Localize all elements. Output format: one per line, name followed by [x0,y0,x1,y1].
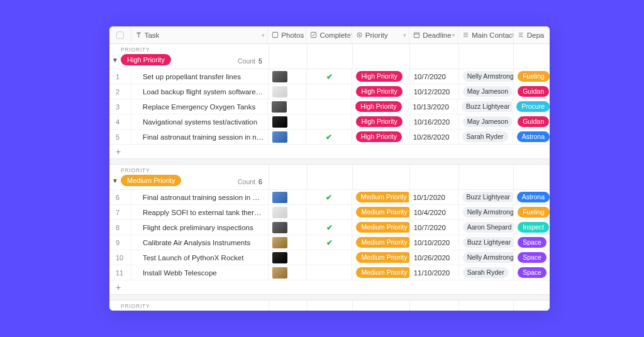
priority-cell[interactable]: Medium Priority [352,265,409,280]
dept-cell[interactable]: Guidan [514,114,550,129]
priority-cell[interactable]: High Priority [352,99,409,114]
contact-cell[interactable]: May Jameson [459,84,514,99]
contact-cell[interactable]: May Jameson [459,114,514,129]
dept-cell[interactable]: Space [514,235,550,250]
table-row[interactable]: 8Flight deck preliminary inspections✔Med… [109,220,550,235]
column-dept[interactable]: Depa [514,26,550,43]
priority-cell[interactable]: Medium Priority [352,235,409,250]
group-header-left[interactable]: ▼PRIORITYLow PriorityCount 7 [109,301,269,311]
dept-cell[interactable]: Guidan [514,84,550,99]
complete-cell[interactable] [307,114,352,129]
table-row[interactable]: 1Set up propellant transfer lines✔High P… [109,69,550,84]
column-contact[interactable]: Main Contact ▾ [458,26,514,43]
priority-cell[interactable]: High Priority [352,130,409,144]
photos-cell[interactable] [269,250,307,265]
complete-cell[interactable]: ✔ [307,69,352,84]
deadline-cell[interactable]: 10/10/2020 [410,235,459,250]
task-cell[interactable]: Navigational systems test/activation [131,114,269,129]
deadline-cell[interactable]: 10/26/2020 [410,250,459,265]
column-deadline[interactable]: Deadline ▾ [409,26,458,43]
column-priority[interactable]: Priority ▾ [352,26,409,43]
photo-thumbnail[interactable] [272,71,287,82]
table-row[interactable]: 3Replace Emergency Oxygen TanksHigh Prio… [109,99,550,114]
photo-thumbnail[interactable] [272,116,287,128]
photos-cell[interactable] [269,235,307,250]
dept-cell[interactable]: Space [514,265,550,280]
dept-cell[interactable]: Procure [513,99,550,114]
dept-cell[interactable]: Fueling [514,69,550,84]
deadline-cell[interactable]: 10/7/2020 [410,69,459,84]
dept-cell[interactable]: Inspect [514,220,550,235]
deadline-cell[interactable]: 10/28/2020 [409,130,458,144]
add-row[interactable]: + [109,145,550,158]
photo-thumbnail[interactable] [272,252,287,263]
complete-cell[interactable] [307,205,352,219]
table-row[interactable]: 9Calibrate Air Analysis Instruments✔Medi… [109,235,550,250]
deadline-cell[interactable]: 10/7/2020 [410,220,459,235]
photos-cell[interactable] [268,99,306,114]
column-photos[interactable]: Photos ▾ [268,26,306,43]
chevron-down-icon[interactable]: ▾ [403,32,406,38]
deadline-cell[interactable]: 10/1/2020 [409,190,458,204]
complete-cell[interactable]: ✔ [306,190,352,204]
contact-cell[interactable]: Aaron Shepard [459,220,514,235]
priority-cell[interactable]: Medium Priority [352,220,409,235]
chevron-down-icon[interactable]: ▾ [300,32,303,38]
complete-cell[interactable] [307,84,352,99]
photos-cell[interactable] [269,205,307,219]
priority-cell[interactable]: Medium Priority [352,205,409,219]
column-complete[interactable]: Complete? ▾ [306,26,352,43]
complete-cell[interactable] [307,265,352,280]
contact-cell[interactable]: Buzz Lightyear [459,235,514,250]
task-cell[interactable]: Reapply SOFI to external tank thermal pr… [131,205,269,219]
chevron-down-icon[interactable]: ▾ [346,32,349,38]
complete-cell[interactable] [306,99,352,114]
photo-thumbnail[interactable] [272,207,287,218]
table-row[interactable]: 4Navigational systems test/activationHig… [109,114,550,130]
photo-thumbnail[interactable] [272,131,287,143]
table-row[interactable]: 6Final astronaut training session in KC-… [109,190,550,205]
photos-cell[interactable] [269,130,307,144]
contact-cell[interactable]: Nelly Armstrong [459,205,514,219]
contact-cell[interactable]: Buzz Lightyear [458,99,513,114]
task-cell[interactable]: Replace Emergency Oxygen Tanks [131,99,268,114]
chevron-down-icon[interactable]: ▾ [508,32,511,38]
plus-icon[interactable]: + [109,146,132,157]
complete-cell[interactable]: ✔ [307,220,352,235]
dept-cell[interactable]: Astrona [513,190,550,204]
dept-cell[interactable]: Astrona [513,130,550,144]
photos-cell[interactable] [269,190,307,204]
photo-thumbnail[interactable] [272,86,287,97]
photo-thumbnail[interactable] [272,192,287,203]
dept-cell[interactable]: Fueling [514,205,550,219]
photos-cell[interactable] [269,114,307,129]
photos-cell[interactable] [269,220,307,235]
plus-icon[interactable]: + [109,282,132,292]
photos-cell[interactable] [269,265,307,280]
table-row[interactable]: 11Install Webb TelescopeMedium Priority1… [109,265,550,280]
complete-cell[interactable] [307,250,352,265]
select-all-cell[interactable] [109,26,131,43]
table-row[interactable]: 10Test Launch of PythonX RocketMedium Pr… [109,250,550,265]
complete-cell[interactable]: ✔ [307,235,352,250]
chevron-down-icon[interactable]: ▾ [452,32,455,38]
contact-cell[interactable]: Sarah Ryder [459,265,514,280]
priority-cell[interactable]: High Priority [352,69,409,84]
contact-cell[interactable]: Sarah Ryder [458,130,513,144]
collapse-caret-icon[interactable]: ▼ [112,57,118,64]
table-row[interactable]: 7Reapply SOFI to external tank thermal p… [109,205,550,220]
contact-cell[interactable]: Nelly Armstrong [459,69,514,84]
priority-cell[interactable]: High Priority [352,114,409,129]
priority-cell[interactable]: High Priority [352,84,409,99]
deadline-cell[interactable]: 10/12/2020 [410,84,459,99]
add-row[interactable]: + [109,280,550,294]
checkbox-icon[interactable] [116,31,124,39]
task-cell[interactable]: Test Launch of PythonX Rocket [131,250,269,265]
collapse-caret-icon[interactable]: ▼ [112,177,118,184]
task-cell[interactable]: Final astronaut training session in KC-1… [131,190,269,204]
contact-cell[interactable]: Nelly Armstrong [459,250,514,265]
priority-cell[interactable]: Medium Priority [352,250,409,265]
task-cell[interactable]: Load backup flight system software into … [131,84,269,99]
deadline-cell[interactable]: 10/16/2020 [410,114,459,129]
table-row[interactable]: 2Load backup flight system software into… [109,84,550,99]
